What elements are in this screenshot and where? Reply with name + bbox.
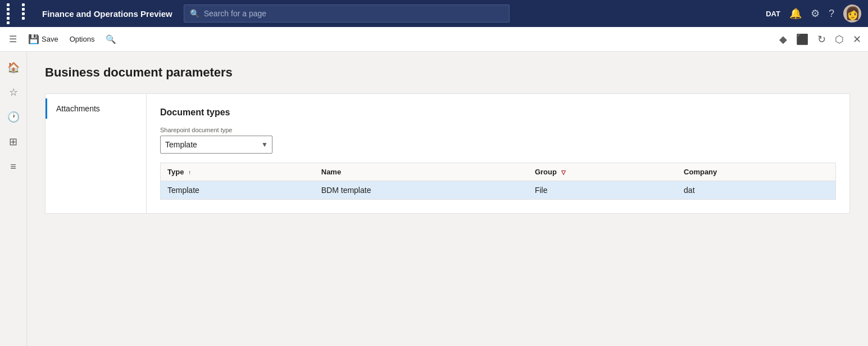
search-icon: 🔍 xyxy=(190,9,199,18)
hamburger-button[interactable]: ☰ xyxy=(4,32,21,47)
app-grid-button[interactable] xyxy=(7,3,35,24)
action-bar-right: ◆ ⬛ ↻ ⬡ ✕ xyxy=(777,31,864,48)
sidebar-favorites-icon[interactable]: ☆ xyxy=(2,81,25,104)
user-avatar[interactable]: 👩 xyxy=(843,5,861,23)
field-label-sharepoint: Sharepoint document type xyxy=(160,127,836,133)
cell-company: dat xyxy=(677,181,835,200)
panel-main: Document types Sharepoint document type … xyxy=(147,94,849,213)
cell-name: BDM template xyxy=(315,181,528,200)
sidebar-list-icon[interactable]: ≡ xyxy=(2,155,25,178)
close-icon[interactable]: ✕ xyxy=(851,31,864,48)
sharepoint-doc-type-dropdown[interactable]: Template xyxy=(160,136,272,154)
section-title: Document types xyxy=(160,107,836,118)
save-button[interactable]: 💾 Save xyxy=(24,32,63,47)
office-icon[interactable]: ⬛ xyxy=(794,31,811,48)
action-bar: ☰ 💾 Save Options 🔍 ◆ ⬛ ↻ ⬡ ✕ xyxy=(0,27,868,52)
notification-bell-icon[interactable]: 🔔 xyxy=(789,7,802,20)
panel-layout: Attachments Document types Sharepoint do… xyxy=(45,93,850,214)
cell-type: Template xyxy=(161,181,315,200)
sidebar-workspace-icon[interactable]: ⊞ xyxy=(2,131,25,153)
left-sidebar: 🏠 ☆ 🕐 ⊞ ≡ xyxy=(0,52,27,346)
save-icon: 💾 xyxy=(28,34,39,44)
col-group[interactable]: Group ▽ xyxy=(528,163,677,181)
col-name[interactable]: Name xyxy=(315,163,528,181)
content-area: Business document parameters Attachments… xyxy=(27,52,868,346)
search-placeholder: Search for a page xyxy=(204,9,266,18)
table-header-row: Type ↑ Name Group ▽ Company xyxy=(161,163,836,181)
global-search-bar[interactable]: 🔍 Search for a page xyxy=(184,5,510,23)
hamburger-icon: ☰ xyxy=(9,34,17,44)
options-button[interactable]: Options xyxy=(65,33,99,46)
open-new-icon[interactable]: ⬡ xyxy=(833,31,846,48)
sort-icon-type: ↑ xyxy=(188,169,191,176)
col-company[interactable]: Company xyxy=(677,163,835,181)
refresh-icon[interactable]: ↻ xyxy=(815,31,828,48)
top-nav-right: DAT 🔔 ⚙ ? 👩 xyxy=(766,5,861,23)
panel-sidebar: Attachments xyxy=(46,94,147,213)
sidebar-tab-attachments[interactable]: Attachments xyxy=(46,98,146,119)
search-action-icon: 🔍 xyxy=(106,34,116,44)
sidebar-recent-icon[interactable]: 🕐 xyxy=(2,106,25,128)
filter-icon-group: ▽ xyxy=(561,169,566,176)
col-type[interactable]: Type ↑ xyxy=(161,163,315,181)
cell-group: File xyxy=(528,181,677,200)
dropdown-wrapper: Template ▼ xyxy=(160,136,272,154)
table-row[interactable]: Template BDM template File dat xyxy=(161,181,836,200)
settings-icon[interactable]: ⚙ xyxy=(811,7,820,20)
diamond-icon[interactable]: ◆ xyxy=(777,31,789,48)
help-icon[interactable]: ? xyxy=(829,8,834,20)
document-types-table: Type ↑ Name Group ▽ Company xyxy=(160,163,836,200)
company-code: DAT xyxy=(766,10,780,18)
page-title: Business document parameters xyxy=(45,65,850,80)
sidebar-home-icon[interactable]: 🏠 xyxy=(2,56,25,79)
main-layout: 🏠 ☆ 🕐 ⊞ ≡ Business document parameters A… xyxy=(0,52,868,346)
search-action-button[interactable]: 🔍 xyxy=(101,32,121,47)
app-title: Finance and Operations Preview xyxy=(42,9,172,19)
top-nav-bar: Finance and Operations Preview 🔍 Search … xyxy=(0,0,868,27)
